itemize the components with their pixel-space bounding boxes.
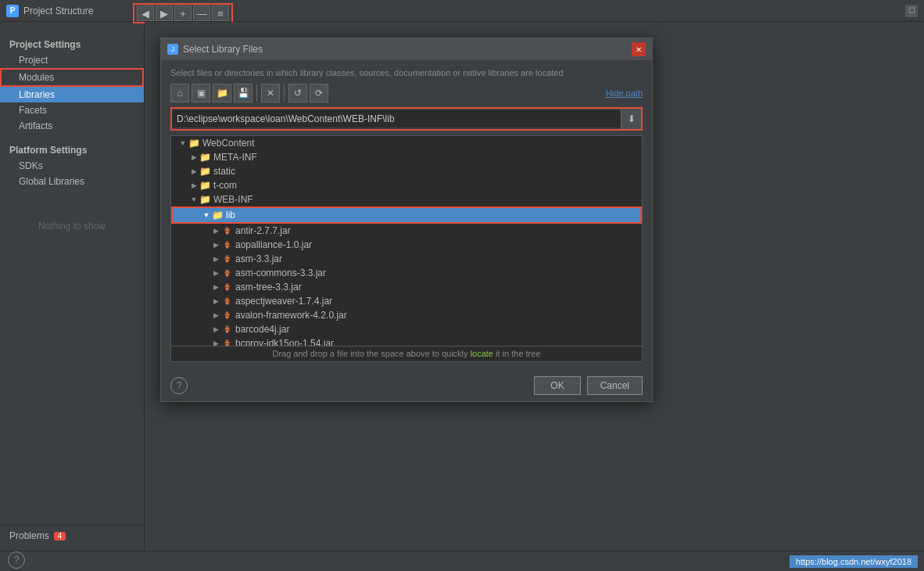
back-button[interactable]: ◀ <box>137 5 154 21</box>
tree-item-aspectjweaver[interactable]: ▶ 🏺 aspectjweaver-1.7.4.jar <box>171 294 642 308</box>
tree-arrow-asm-commons: ▶ <box>210 268 221 278</box>
sidebar-item-project[interactable]: Project <box>0 52 144 68</box>
title-bar: P Project Structure ◀ ▶ + — ≡ ☐ <box>0 0 924 22</box>
tree-item-meta-inf[interactable]: ▶ 📁 META-INF <box>171 150 642 164</box>
folder-icon-lib: 📁 <box>212 210 223 221</box>
tree-label-asm-commons: asm-commons-3.3.jar <box>235 268 326 278</box>
problems-label: Problems <box>9 530 49 541</box>
select-library-dialog: J Select Library Files ✕ Select files or… <box>160 38 653 402</box>
toolbar-open-btn[interactable]: 📁 <box>213 84 231 102</box>
folder-icon-tcom: 📁 <box>199 180 210 191</box>
dialog-close-button[interactable]: ✕ <box>632 42 646 56</box>
bottom-bar: ? https://blog.csdn.net/wxyf2018 <box>0 551 924 571</box>
tree-arrow-webcontent: ▼ <box>177 138 188 149</box>
url-badge[interactable]: https://blog.csdn.net/wxyf2018 <box>790 555 918 568</box>
tree-label-aopalliance: aopalliance-1.0.jar <box>235 239 312 250</box>
dialog-title-bar: J Select Library Files ✕ <box>161 38 652 60</box>
ok-button[interactable]: OK <box>534 376 580 395</box>
tree-item-avalon[interactable]: ▶ 🏺 avalon-framework-4.2.0.jar <box>171 308 642 322</box>
tree-arrow-barcode4j: ▶ <box>210 324 221 335</box>
tree-arrow-lib: ▼ <box>201 210 212 221</box>
sidebar-item-modules[interactable]: Modules <box>0 68 144 87</box>
drag-hint-prefix: Drag and drop a file into the space abov… <box>272 349 470 358</box>
toolbar-separator <box>256 84 257 102</box>
tree-item-asm-commons[interactable]: ▶ 🏺 asm-commons-3.3.jar <box>171 266 642 280</box>
tree-item-lib[interactable]: ▼ 📁 lib <box>171 206 642 224</box>
problems-section: Problems 4 <box>0 525 145 546</box>
tree-label-avalon: avalon-framework-4.2.0.jar <box>235 310 347 321</box>
toolbar-disk-btn[interactable]: ▣ <box>192 84 210 102</box>
toolbar-home-btn[interactable]: ⌂ <box>170 84 189 102</box>
jar-icon-aspectjweaver: 🏺 <box>221 296 232 307</box>
sidebar-item-global-libraries[interactable]: Global Libraries <box>0 174 144 189</box>
help-button[interactable]: ? <box>170 377 188 394</box>
jar-icon-avalon: 🏺 <box>221 310 232 321</box>
toolbar-delete-btn[interactable]: ✕ <box>261 84 280 102</box>
tree-item-web-inf[interactable]: ▼ 📁 WEB-INF <box>171 192 642 206</box>
footer-buttons: OK Cancel <box>534 376 643 395</box>
sidebar-item-libraries[interactable]: Libraries <box>0 87 144 102</box>
tree-arrow-bcprov: ▶ <box>210 338 221 347</box>
path-input[interactable] <box>172 110 621 127</box>
tree-arrow-meta-inf: ▶ <box>188 152 199 163</box>
tree-arrow-asm-tree: ▶ <box>210 282 221 293</box>
tree-arrow-web-inf: ▼ <box>188 194 199 205</box>
tree-arrow-asm: ▶ <box>210 253 221 264</box>
toolbar-sync-btn[interactable]: ⟳ <box>310 84 328 102</box>
remove-button[interactable]: — <box>193 5 210 21</box>
jar-icon-asm-commons: 🏺 <box>221 268 232 278</box>
tree-label-antir: antir-2.7.7.jar <box>235 225 291 236</box>
dialog-toolbar: ⌂ ▣ 📁 💾 ✕ ↺ ⟳ Hide path <box>170 84 643 102</box>
drag-hint-highlight: locate <box>471 349 493 358</box>
hide-path-link[interactable]: Hide path <box>606 88 643 98</box>
content-area: J Select Library Files ✕ Select files or… <box>145 22 924 571</box>
tree-item-aopalliance[interactable]: ▶ 🏺 aopalliance-1.0.jar <box>171 238 642 252</box>
sidebar: Project Settings Project Modules Librari… <box>0 22 145 571</box>
dialog-title: Select Library Files <box>183 44 632 55</box>
main-layout: Project Settings Project Modules Librari… <box>0 22 924 571</box>
drag-hint-suffix: it in the tree <box>493 349 541 358</box>
forward-button[interactable]: ▶ <box>156 5 173 21</box>
toolbar-refresh-btn[interactable]: ↺ <box>288 84 307 102</box>
tree-label-lib: lib <box>226 210 235 221</box>
toolbar-save-btn[interactable]: 💾 <box>234 84 252 102</box>
tree-label-barcode4j: barcode4j.jar <box>235 324 289 335</box>
tree-item-asm[interactable]: ▶ 🏺 asm-3.3.jar <box>171 252 642 266</box>
tree-item-asm-tree[interactable]: ▶ 🏺 asm-tree-3.3.jar <box>171 280 642 294</box>
tree-label-bcprov: bcprov-jdk15on-1.54.jar <box>235 338 334 347</box>
jar-icon-antir: 🏺 <box>221 225 232 236</box>
jar-icon-asm: 🏺 <box>221 253 232 264</box>
tree-item-barcode4j[interactable]: ▶ 🏺 barcode4j.jar <box>171 322 642 336</box>
add-button[interactable]: + <box>174 5 192 21</box>
tree-label-asm-tree: asm-tree-3.3.jar <box>235 282 302 293</box>
dialog-body: Select files or directories in which lib… <box>161 60 652 370</box>
app-icon: P <box>6 5 19 17</box>
file-tree[interactable]: ▼ 📁 WebContent ▶ 📁 META-INF ▶ <box>170 135 643 347</box>
jar-icon-bcprov: 🏺 <box>221 338 232 347</box>
menu-button[interactable]: ≡ <box>212 5 229 21</box>
tree-item-tcom[interactable]: ▶ 📁 t-com <box>171 178 642 192</box>
dialog-footer: ? OK Cancel <box>161 370 652 401</box>
drag-hint: Drag and drop a file into the space abov… <box>170 346 643 362</box>
jar-icon-aopalliance: 🏺 <box>221 239 232 250</box>
cancel-button[interactable]: Cancel <box>587 376 643 395</box>
sidebar-item-facets[interactable]: Facets <box>0 102 144 118</box>
tree-label-web-inf: WEB-INF <box>213 194 253 205</box>
sidebar-item-artifacts[interactable]: Artifacts <box>0 118 144 134</box>
tree-item-antir[interactable]: ▶ 🏺 antir-2.7.7.jar <box>171 224 642 238</box>
tree-arrow-aspectjweaver: ▶ <box>210 296 221 307</box>
window-close-button[interactable]: ☐ <box>905 5 918 17</box>
toolbar-separator2 <box>284 84 285 102</box>
sidebar-nav <box>0 28 144 31</box>
folder-icon-webcontent: 📁 <box>188 138 199 149</box>
tree-label-meta-inf: META-INF <box>213 152 257 163</box>
platform-settings-heading: Platform Settings <box>0 140 144 158</box>
path-download-button[interactable]: ⬇ <box>621 109 641 129</box>
bottom-help-button[interactable]: ? <box>8 551 25 569</box>
tree-item-bcprov[interactable]: ▶ 🏺 bcprov-jdk15on-1.54.jar <box>171 336 642 347</box>
tree-item-static[interactable]: ▶ 📁 static <box>171 164 642 178</box>
tree-item-webcontent[interactable]: ▼ 📁 WebContent <box>171 136 642 150</box>
sidebar-item-sdks[interactable]: SDKs <box>0 158 144 174</box>
dialog-icon: J <box>167 44 178 55</box>
project-settings-heading: Project Settings <box>0 34 144 52</box>
